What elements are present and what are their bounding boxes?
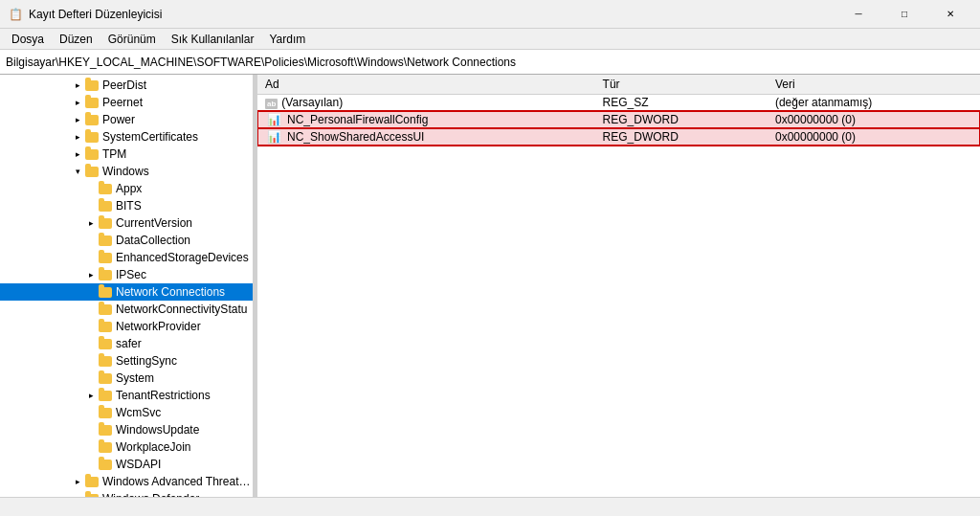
detail-table: Ad Tür Veri ab(Varsayılan)REG_SZ(değer a… <box>257 75 980 146</box>
tree-label-safer: safer <box>116 337 142 350</box>
tree-item-peerDist[interactable]: ▸PeerDist <box>0 77 253 94</box>
tree-item-networkProvider[interactable]: NetworkProvider <box>0 318 253 335</box>
window-controls: ─ □ ✕ <box>836 0 972 29</box>
tree-item-wcmSvc[interactable]: WcmSvc <box>0 404 253 421</box>
tree-toggle-networkConnectivityStatus <box>84 303 98 316</box>
tree-item-networkConnections[interactable]: Network Connections <box>0 283 253 301</box>
tree-item-networkConnectivityStatus[interactable]: NetworkConnectivityStatu <box>0 301 253 318</box>
tree-label-systemCertificates: SystemCertificates <box>102 130 198 144</box>
tree-item-enhancedStorageDevices[interactable]: EnhancedStorageDevices <box>0 249 253 266</box>
tree-toggle-system <box>84 371 98 385</box>
folder-icon-enhancedStorageDevices <box>98 250 113 265</box>
folder-icon-windowsDefender <box>84 491 100 497</box>
cell-name-ncPersonalFirewallConfig: 📊NC_PersonalFirewallConfig <box>257 111 595 128</box>
title-bar: 📋 Kayıt Defteri Düzenleyicisi ─ □ ✕ <box>0 0 980 29</box>
menu-bar: DosyaDüzenGörünümSık KullanılanlarYardım <box>0 29 980 50</box>
tree-item-tpm[interactable]: ▸TPM <box>0 146 253 163</box>
tree-item-systemCertificates[interactable]: ▸SystemCertificates <box>0 128 253 146</box>
menu-item-görünüm[interactable]: Görünüm <box>100 29 164 50</box>
cell-name-default: ab(Varsayılan) <box>257 94 595 111</box>
folder-icon-wcmSvc <box>98 405 113 420</box>
tree-toggle-wcmSvc <box>84 406 98 419</box>
tree-item-windows[interactable]: ▾Windows <box>0 163 253 180</box>
tree-label-networkConnections: Network Connections <box>116 285 225 299</box>
detail-pane: Ad Tür Veri ab(Varsayılan)REG_SZ(değer a… <box>257 75 980 497</box>
tree-toggle-peernet: ▸ <box>71 96 84 109</box>
tree-item-system[interactable]: System <box>0 370 253 387</box>
folder-icon-tenantRestrictions <box>98 388 113 403</box>
cell-value-ncPersonalFirewallConfig: 0x00000000 (0) <box>768 111 980 128</box>
tree-item-peernet[interactable]: ▸Peernet <box>0 94 253 111</box>
tree-label-system: System <box>116 371 154 385</box>
tree-toggle-workplaceJoin <box>84 440 98 454</box>
tree-toggle-systemCertificates: ▸ <box>71 130 84 144</box>
tree-label-appx: Appx <box>116 182 142 195</box>
tree-toggle-wsdapi <box>84 458 98 471</box>
cell-type-ncPersonalFirewallConfig: REG_DWORD <box>595 111 768 128</box>
tree-scroll[interactable]: ▸PeerDist▸Peernet▸Power▸SystemCertificat… <box>0 77 253 497</box>
cell-value-default: (değer atanmamış) <box>768 94 980 111</box>
tree-item-power[interactable]: ▸Power <box>0 111 253 128</box>
folder-icon-settingSync <box>98 353 113 369</box>
cell-name-ncShowSharedAccessUI: 📊NC_ShowSharedAccessUI <box>257 128 595 146</box>
minimize-button[interactable]: ─ <box>836 0 880 29</box>
tree-label-bits: BITS <box>116 199 142 213</box>
tree-label-windows: Windows <box>102 165 149 178</box>
folder-icon-networkConnections <box>98 284 113 300</box>
table-row[interactable]: 📊NC_PersonalFirewallConfigREG_DWORD0x000… <box>257 111 980 128</box>
menu-item-yardım[interactable]: Yardım <box>261 29 313 50</box>
close-button[interactable]: ✕ <box>928 0 972 29</box>
folder-icon-system <box>98 370 113 386</box>
folder-icon-workplaceJoin <box>98 439 113 455</box>
tree-label-tenantRestrictions: TenantRestrictions <box>116 389 211 402</box>
tree-toggle-networkConnections <box>84 285 98 299</box>
table-row[interactable]: ab(Varsayılan)REG_SZ(değer atanmamış) <box>257 94 980 111</box>
tree-label-dataCollection: DataCollection <box>116 234 190 247</box>
tree-label-windowsDefender: Windows Defender <box>102 492 199 497</box>
folder-icon-bits <box>98 198 113 213</box>
col-header-type: Tür <box>595 75 768 94</box>
tree-toggle-peerDist: ▸ <box>71 79 84 92</box>
folder-icon-currentVersion <box>98 215 113 231</box>
folder-icon-ipsec <box>98 267 113 282</box>
cell-name-label-default: (Varsayılan) <box>281 96 343 109</box>
tree-label-networkConnectivityStatus: NetworkConnectivityStatu <box>116 303 247 316</box>
menu-item-sık-kullanılanlar[interactable]: Sık Kullanılanlar <box>164 29 262 50</box>
tree-toggle-settingSync <box>84 354 98 368</box>
tree-item-workplaceJoin[interactable]: WorkplaceJoin <box>0 438 253 456</box>
tree-toggle-tpm: ▸ <box>71 147 84 161</box>
maximize-button[interactable]: □ <box>882 0 926 29</box>
address-bar: Bilgisayar\HKEY_LOCAL_MACHINE\SOFTWARE\P… <box>0 50 980 75</box>
tree-item-dataCollection[interactable]: DataCollection <box>0 232 253 249</box>
folder-icon-peernet <box>84 95 100 110</box>
tree-pane: ▸PeerDist▸Peernet▸Power▸SystemCertificat… <box>0 75 254 497</box>
tree-toggle-windows: ▾ <box>71 165 84 178</box>
tree-label-currentVersion: CurrentVersion <box>116 216 192 230</box>
tree-item-bits[interactable]: BITS <box>0 197 253 214</box>
tree-label-workplaceJoin: WorkplaceJoin <box>116 440 190 454</box>
table-row[interactable]: 📊NC_ShowSharedAccessUIREG_DWORD0x0000000… <box>257 128 980 146</box>
tree-toggle-windowsDefender: ▸ <box>71 492 84 497</box>
tree-toggle-appx <box>84 182 98 195</box>
tree-item-windowsAdvancedThreat[interactable]: ▸Windows Advanced Threat Pr <box>0 473 253 490</box>
tree-label-wcmSvc: WcmSvc <box>116 406 161 419</box>
tree-item-safer[interactable]: safer <box>0 335 253 352</box>
menu-item-dosya[interactable]: Dosya <box>4 29 52 50</box>
folder-icon-windows <box>84 164 100 179</box>
tree-item-ipsec[interactable]: ▸IPSec <box>0 266 253 283</box>
app-icon: 📋 <box>8 7 23 22</box>
tree-item-tenantRestrictions[interactable]: ▸TenantRestrictions <box>0 387 253 404</box>
tree-item-windowsDefender[interactable]: ▸Windows Defender <box>0 490 253 497</box>
address-path: Bilgisayar\HKEY_LOCAL_MACHINE\SOFTWARE\P… <box>6 56 516 69</box>
folder-icon-wsdapi <box>98 457 113 472</box>
tree-toggle-windowsUpdate <box>84 423 98 437</box>
folder-icon-networkConnectivityStatus <box>98 302 113 317</box>
menu-item-düzen[interactable]: Düzen <box>52 29 100 50</box>
tree-item-appx[interactable]: Appx <box>0 180 253 197</box>
tree-label-peerDist: PeerDist <box>102 79 146 92</box>
tree-item-settingSync[interactable]: SettingSync <box>0 352 253 370</box>
tree-item-currentVersion[interactable]: ▸CurrentVersion <box>0 214 253 232</box>
tree-item-windowsUpdate[interactable]: WindowsUpdate <box>0 421 253 438</box>
tree-toggle-currentVersion: ▸ <box>84 216 98 230</box>
tree-item-wsdapi[interactable]: WSDAPI <box>0 456 253 473</box>
